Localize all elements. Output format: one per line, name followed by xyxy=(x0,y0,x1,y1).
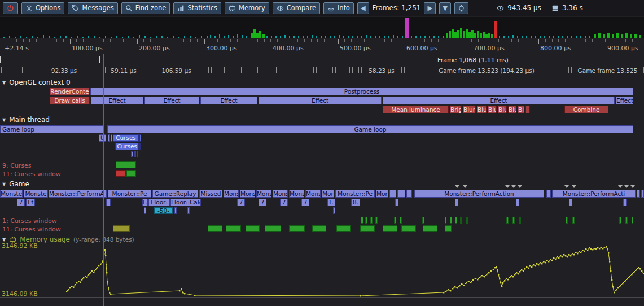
frame-time-bar[interactable] xyxy=(405,18,409,38)
frame-time-bar[interactable] xyxy=(289,36,290,38)
zone[interactable]: RenderConte xyxy=(50,88,90,95)
frame-time-bar[interactable] xyxy=(161,36,163,38)
zone[interactable] xyxy=(108,134,110,142)
frame-time-bar[interactable] xyxy=(454,32,457,38)
lock-bar[interactable] xyxy=(572,217,575,224)
thread-header[interactable]: ▼Game xyxy=(2,180,29,188)
frame-time-bar[interactable] xyxy=(275,36,277,38)
zone[interactable] xyxy=(139,143,141,150)
zone[interactable]: Floor::Calc xyxy=(170,199,201,206)
lock-bar[interactable] xyxy=(445,225,452,232)
zone[interactable] xyxy=(137,151,138,157)
frame-time-bar[interactable] xyxy=(88,36,89,38)
zone[interactable]: 7 xyxy=(237,199,245,206)
info-button[interactable]: Info xyxy=(323,2,354,14)
frame-time-bar[interactable] xyxy=(357,36,358,38)
zone[interactable] xyxy=(406,190,412,198)
frame-segment[interactable] xyxy=(211,66,225,75)
find-zone-button[interactable]: Find zone xyxy=(121,2,170,14)
zone[interactable]: Monst xyxy=(256,190,271,198)
frame-time-bar[interactable] xyxy=(393,35,394,38)
lock-bar[interactable] xyxy=(512,217,515,224)
frame-time-bar[interactable] xyxy=(480,33,482,38)
frame-time-bar[interactable] xyxy=(379,36,380,38)
zone[interactable] xyxy=(623,199,627,206)
frame-time-bar[interactable] xyxy=(630,34,632,38)
frame-time-bar[interactable] xyxy=(466,29,468,38)
frame-time-bar[interactable] xyxy=(139,35,140,38)
frame-time-bar[interactable] xyxy=(585,36,586,38)
frame-time-bar[interactable] xyxy=(634,34,637,38)
zone[interactable]: ti xyxy=(99,134,106,142)
frame-segment[interactable]: 58.23 µs xyxy=(361,66,402,75)
frame-time-bar[interactable] xyxy=(303,36,304,38)
frame-time-bar[interactable] xyxy=(298,36,299,38)
frame-time-bar[interactable] xyxy=(526,36,527,38)
lock-bar[interactable] xyxy=(566,217,568,224)
frame-segment[interactable] xyxy=(316,66,333,75)
frame-time-bar[interactable] xyxy=(77,36,78,38)
frame-segment[interactable]: Game frame 13,523 (194.23 µs) xyxy=(404,66,569,75)
frame-time-bar[interactable] xyxy=(280,36,281,38)
lock-bar[interactable] xyxy=(625,217,628,224)
lock-bar[interactable] xyxy=(370,217,373,224)
frame-time-bar[interactable] xyxy=(580,36,581,38)
frame-time-bar[interactable] xyxy=(535,36,536,38)
frame-time-bar[interactable] xyxy=(128,36,129,38)
time-ruler[interactable]: +2.14 s100.00 µs200.00 µs300.00 µs400.00… xyxy=(0,39,644,54)
zone[interactable]: 7 xyxy=(301,199,309,206)
frame-overview-graph[interactable] xyxy=(0,17,644,38)
go-to-frame-button[interactable]: ▼ xyxy=(439,2,451,14)
zone[interactable]: Monst xyxy=(273,190,288,198)
zone[interactable] xyxy=(104,190,107,198)
frame-time-bar[interactable] xyxy=(571,36,572,38)
frame-time-bar[interactable] xyxy=(224,36,225,38)
zone[interactable]: Floor: xyxy=(148,199,170,206)
frame-segment[interactable] xyxy=(0,55,100,64)
zone[interactable]: Blur xyxy=(508,106,516,113)
frame-time-bar[interactable] xyxy=(411,36,412,38)
frame-time-bar[interactable] xyxy=(144,36,146,38)
zone[interactable]: Effect xyxy=(259,97,382,104)
frame-time-bar[interactable] xyxy=(105,36,106,38)
compare-button[interactable]: Compare xyxy=(273,2,320,14)
frame-time-bar[interactable] xyxy=(424,36,426,38)
frame-time-bar[interactable] xyxy=(531,36,532,38)
memory-button[interactable]: Memory xyxy=(225,2,269,14)
frame-time-bar[interactable] xyxy=(251,33,253,38)
frame-time-bar[interactable] xyxy=(237,34,238,38)
frame-time-bar[interactable] xyxy=(49,36,50,38)
frame-time-bar[interactable] xyxy=(598,33,601,38)
lock-bar[interactable] xyxy=(455,217,457,224)
memory-usage-plot[interactable] xyxy=(0,242,644,298)
zone[interactable]: Postprocess xyxy=(90,88,633,95)
lock-bar[interactable] xyxy=(445,217,446,224)
frame-time-bar[interactable] xyxy=(348,36,349,38)
zone[interactable]: Monst xyxy=(224,190,239,198)
zone[interactable]: 7 xyxy=(259,199,266,206)
zone[interactable]: Game loop xyxy=(107,125,633,133)
frame-time-bar[interactable] xyxy=(517,36,518,38)
zone[interactable]: Effect xyxy=(200,97,257,104)
zone[interactable] xyxy=(525,106,530,113)
frame-time-bar[interactable] xyxy=(246,36,247,38)
frame-time-bar[interactable] xyxy=(214,36,216,38)
frame-segment[interactable]: 92.33 µs xyxy=(25,66,103,75)
lock-bar[interactable] xyxy=(336,225,351,232)
frame-time-bar[interactable] xyxy=(156,36,157,38)
frame-segment[interactable] xyxy=(296,66,314,75)
frame-time-bar[interactable] xyxy=(219,34,220,38)
frame-segment[interactable] xyxy=(244,66,255,75)
frame-time-bar[interactable] xyxy=(503,36,505,38)
frame-time-bar[interactable] xyxy=(116,36,117,38)
zone[interactable] xyxy=(139,134,141,142)
lock-bar[interactable] xyxy=(383,225,397,232)
zone[interactable] xyxy=(516,199,519,206)
frame-segment[interactable]: 106.59 µs xyxy=(144,66,209,75)
zone[interactable]: Curses xyxy=(115,143,139,150)
frame-time-bar[interactable] xyxy=(43,35,44,38)
zone[interactable] xyxy=(131,151,133,157)
frame-time-bar[interactable] xyxy=(334,36,335,38)
frame-time-bar[interactable] xyxy=(457,30,459,38)
frame-time-bar[interactable] xyxy=(562,36,563,38)
